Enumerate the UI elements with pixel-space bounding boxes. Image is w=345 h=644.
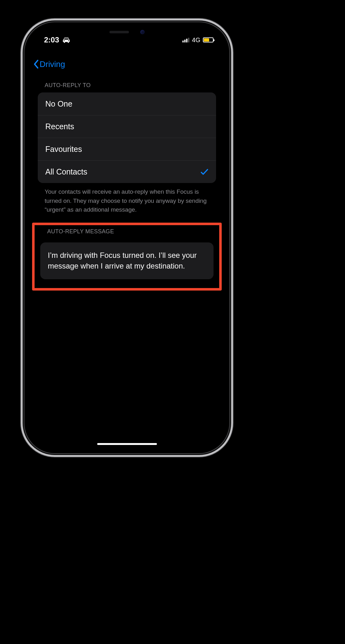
- back-label: Driving: [40, 59, 65, 69]
- volume-up-button: [20, 138, 23, 169]
- status-time: 2:03: [44, 36, 59, 44]
- checkmark-icon: [200, 168, 209, 176]
- volume-down-button: [20, 176, 23, 206]
- option-label: Recents: [45, 122, 74, 131]
- auto-reply-to-footer: Your contacts will receive an auto-reply…: [38, 183, 216, 214]
- option-label: No One: [45, 99, 72, 108]
- speaker-grille: [109, 31, 129, 33]
- status-bar: 2:03 4G: [29, 34, 225, 46]
- battery-icon: [203, 37, 214, 42]
- power-button: [231, 148, 234, 195]
- auto-reply-to-header: AUTO-REPLY TO: [38, 82, 216, 92]
- auto-reply-message-field[interactable]: I’m driving with Focus turned on. I’ll s…: [40, 242, 214, 280]
- highlight-annotation: AUTO-REPLY MESSAGE I’m driving with Focu…: [32, 223, 222, 291]
- network-type: 4G: [192, 36, 200, 44]
- option-favourites[interactable]: Favourites: [38, 138, 216, 160]
- home-indicator[interactable]: [97, 443, 157, 445]
- option-no-one[interactable]: No One: [38, 92, 216, 115]
- auto-reply-to-group: No One Recents Favourites All Contacts: [38, 92, 216, 183]
- navigation-bar: Driving: [29, 56, 225, 73]
- phone-frame: 2:03 4G Driving AUTO-REPLY T: [25, 22, 229, 453]
- option-recents[interactable]: Recents: [38, 115, 216, 138]
- auto-reply-message-header: AUTO-REPLY MESSAGE: [40, 228, 214, 239]
- option-label: Favourites: [45, 145, 82, 154]
- silent-switch: [20, 110, 23, 126]
- screen: 2:03 4G Driving AUTO-REPLY T: [29, 27, 225, 449]
- option-label: All Contacts: [45, 167, 87, 176]
- chevron-left-icon: [33, 59, 39, 69]
- back-button[interactable]: Driving: [33, 59, 65, 69]
- front-camera: [140, 30, 145, 34]
- cellular-signal-icon: [182, 37, 189, 42]
- car-icon: [62, 37, 70, 43]
- settings-content: AUTO-REPLY TO No One Recents Favourites …: [29, 82, 225, 291]
- option-all-contacts[interactable]: All Contacts: [38, 160, 216, 183]
- auto-reply-message-text: I’m driving with Focus turned on. I’ll s…: [48, 251, 197, 270]
